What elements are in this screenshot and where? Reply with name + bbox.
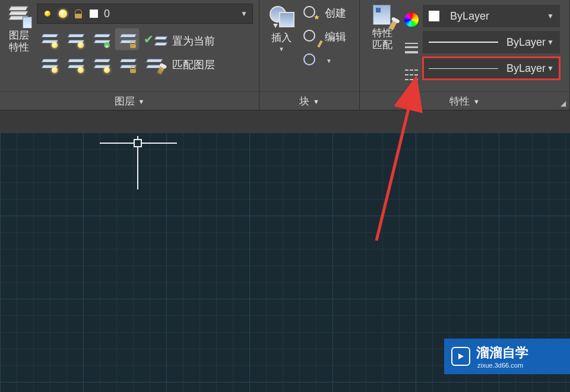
layer-properties-label: 图层 特性 xyxy=(9,30,29,53)
panel-properties: 特性 匹配 ByLayer ▼ ByLayer ▼ xyxy=(360,0,570,110)
lineweight-icon xyxy=(405,43,418,53)
edit-block-icon xyxy=(303,30,319,44)
block-attributes-icon xyxy=(303,53,319,68)
insert-block-button[interactable]: 插入 ▼ xyxy=(263,2,300,90)
color-swatch-icon xyxy=(429,11,439,21)
layer-dropdown-value: 0 xyxy=(104,8,240,20)
match-properties-button[interactable]: 特性 匹配 xyxy=(363,2,401,90)
linetype-icon xyxy=(405,69,418,80)
make-current-label: 置为当前 xyxy=(172,29,215,53)
layer-isolate-button[interactable] xyxy=(89,29,113,50)
insert-block-icon xyxy=(268,4,294,27)
insert-block-label: 插入 xyxy=(271,31,292,45)
sun-icon xyxy=(58,8,68,19)
chevron-down-icon: ▼ xyxy=(547,38,554,46)
chevron-down-icon: ▼ xyxy=(473,98,480,105)
ribbon: 图层 特性 0 ▼ ✔ xyxy=(0,0,570,110)
layer-off-button[interactable] xyxy=(37,29,61,50)
match-properties-label: 特性 匹配 xyxy=(372,27,392,51)
color-dropdown-value: ByLayer xyxy=(450,10,489,23)
layer-unisolate-button[interactable] xyxy=(89,53,113,75)
panel-layers-title[interactable]: 图层▼ xyxy=(0,91,259,110)
watermark: 溜溜自学 zixue.3d66.com xyxy=(444,339,570,374)
layer-lock-button[interactable] xyxy=(115,29,139,50)
layer-tools-grid: ✔ xyxy=(37,29,167,77)
chevron-down-icon: ▼ xyxy=(547,64,554,72)
layer-on-button[interactable] xyxy=(37,53,61,75)
layer-freeze-button[interactable] xyxy=(63,29,87,50)
lineweight-preview xyxy=(429,42,498,43)
layer-properties-icon xyxy=(7,4,31,27)
linetype-dropdown-value: ByLayer xyxy=(506,62,546,75)
layer-dropdown[interactable]: 0 ▼ xyxy=(37,4,253,24)
bulb-icon xyxy=(42,8,53,19)
dialog-launcher-icon[interactable]: ◢ xyxy=(560,99,566,108)
panel-properties-title[interactable]: 特性▼ xyxy=(360,91,569,110)
panel-blocks: 插入 ▼ ★ 创建 编辑 ▼ 块▼ xyxy=(259,0,360,110)
create-block-button[interactable]: ★ 创建 xyxy=(303,2,346,24)
layer-thaw-button[interactable] xyxy=(63,53,87,75)
tab-strip xyxy=(0,110,570,133)
panel-layers: 图层 特性 0 ▼ ✔ xyxy=(0,0,259,110)
chevron-down-icon: ▼ xyxy=(138,98,145,105)
match-layer-label: 匹配图层 xyxy=(172,53,215,77)
layer-unlock-button[interactable] xyxy=(115,53,139,75)
watermark-url: zixue.3d66.com xyxy=(477,362,528,369)
chevron-down-icon: ▼ xyxy=(313,98,319,105)
chevron-down-icon: ▼ xyxy=(326,58,332,64)
make-current-button[interactable]: ✔ xyxy=(141,29,165,50)
edit-block-button[interactable]: 编辑 xyxy=(303,26,346,48)
layer-properties-button[interactable]: 图层 特性 xyxy=(4,2,34,90)
color-wheel-icon xyxy=(404,12,419,27)
lock-icon xyxy=(73,8,84,19)
chevron-down-icon: ▼ xyxy=(240,10,248,18)
linetype-dropdown[interactable]: ByLayer ▼ xyxy=(423,57,560,80)
lineweight-dropdown[interactable]: ByLayer ▼ xyxy=(423,31,560,53)
lineweight-dropdown-value: ByLayer xyxy=(506,36,546,49)
panel-blocks-title[interactable]: 块▼ xyxy=(259,91,359,110)
match-layer-button[interactable] xyxy=(141,53,165,75)
chevron-down-icon: ▼ xyxy=(547,12,554,20)
color-swatch-icon xyxy=(88,8,99,19)
color-dropdown[interactable]: ByLayer ▼ xyxy=(423,5,560,27)
chevron-down-icon: ▼ xyxy=(278,46,284,52)
create-block-icon: ★ xyxy=(303,6,319,20)
linetype-preview xyxy=(429,68,498,69)
block-attributes-button[interactable]: ▼ xyxy=(303,50,346,71)
watermark-brand: 溜溜自学 xyxy=(476,344,528,362)
match-properties-icon xyxy=(370,4,394,27)
play-icon xyxy=(451,347,470,366)
